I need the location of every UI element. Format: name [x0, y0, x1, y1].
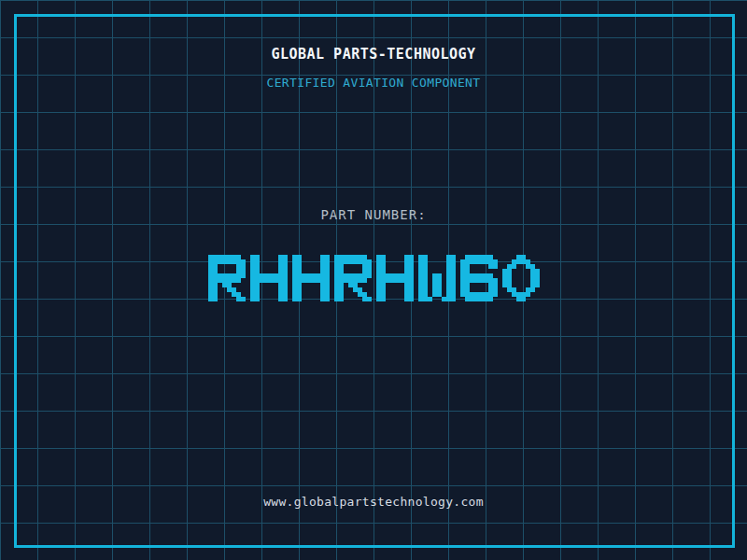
part-number-glyph — [376, 255, 414, 301]
blueprint-page: { "header": { "title": "GLOBAL PARTS-TEC… — [0, 0, 747, 560]
certification-subtitle: CERTIFIED AVIATION COMPONENT — [0, 76, 747, 90]
part-number-display — [0, 255, 747, 301]
part-number-glyph — [292, 255, 330, 301]
part-number-glyph — [418, 255, 456, 301]
part-number-glyph — [208, 255, 246, 301]
part-number-label: PART NUMBER: — [0, 207, 747, 222]
part-number-glyph — [460, 255, 498, 301]
part-number-glyph — [250, 255, 288, 301]
part-number-glyph — [334, 255, 372, 301]
website-url: www.globalpartstechnology.com — [0, 495, 747, 509]
part-number-glyph — [502, 255, 540, 301]
company-title: GLOBAL PARTS-TECHNOLOGY — [0, 46, 747, 63]
